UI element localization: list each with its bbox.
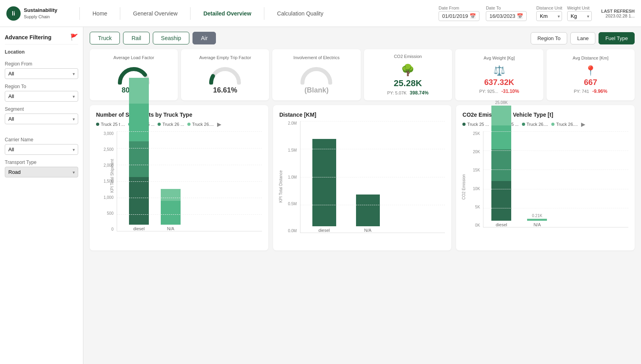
co2e-bar-na-stacked xyxy=(527,219,547,221)
bar-diesel: diesel xyxy=(129,78,149,231)
grid-2 xyxy=(117,165,262,165)
co2e-legend-label-3: Truck 26.... xyxy=(527,122,549,127)
legend-item-1: Truck 25 t ... xyxy=(96,122,125,127)
carrier-select[interactable]: All xyxy=(5,144,78,155)
weight-unit-select[interactable]: KgLbsTons xyxy=(567,11,592,21)
nav-calculation-quality[interactable]: Calculation Quality xyxy=(274,10,327,17)
chart-shipments-legend: Truck 25 t ... Truck 25 ... Truck 26 ...… xyxy=(96,121,262,127)
charts-row: Number of Shipments by Truck Type Truck … xyxy=(90,105,635,250)
weight-icon: ⚖️ xyxy=(493,65,505,76)
view-btn-fuel-type[interactable]: Fuel Type xyxy=(599,32,635,44)
kpi-electrics-value: (Blank) xyxy=(304,86,329,94)
tab-rail[interactable]: Rail xyxy=(123,32,149,44)
transport-type-label: Transport Type xyxy=(5,160,78,165)
y-label-500: 500 xyxy=(107,211,114,216)
nav-general-overview[interactable]: General Overview xyxy=(130,10,181,17)
date-to-input[interactable]: 16/03/2023 📅 xyxy=(486,11,527,21)
y-d-1: 2.0M xyxy=(288,121,296,125)
shipments-chart-area: 3,000 2,500 2,000 1,500 1,000 500 0 xyxy=(96,131,262,243)
kpi-distance-title: Avg Distance [Km] xyxy=(573,56,608,60)
kpi-co2-change: 398.74% xyxy=(410,90,428,96)
grid-4 xyxy=(117,198,262,198)
weight-unit-group: Weight Unit KgLbsTons xyxy=(567,6,592,21)
co2e-legend-item-4: Truck 26.... xyxy=(551,122,578,127)
carrier-group: Carrier Name All xyxy=(5,137,78,155)
co2e-chart-area: 25K 20K 15K 10K 5K 0K xyxy=(462,131,628,239)
view-btn-region-to[interactable]: Region To xyxy=(531,32,567,44)
bar-na: N/A xyxy=(161,189,181,231)
co2e-legend-label-4: Truck 26.... xyxy=(556,122,578,127)
transport-type-group: Transport Type Road Rail Sea Air xyxy=(5,160,78,177)
distance-unit-label: Distance Unit xyxy=(536,6,562,10)
region-from-select[interactable]: All xyxy=(5,68,78,79)
kpi-weight-title: Avg Weight [Kg] xyxy=(484,56,515,60)
filter-flag-icon[interactable]: 🚩 xyxy=(70,33,78,41)
region-to-label: Region To xyxy=(5,84,78,89)
y-axis-title-co2e: CO2 Emission xyxy=(462,174,466,200)
co2e-legend-dot-4 xyxy=(551,123,554,126)
co2e-seg-d-3 xyxy=(491,125,511,149)
nav-divider-1 xyxy=(79,7,80,20)
co2e-legend-more[interactable]: ▶ xyxy=(581,121,585,127)
co2e-bar-na-label: N/A xyxy=(533,222,541,227)
chart-co2e: CO2e Emission by Vehicle Type [t] Truck … xyxy=(456,105,635,250)
dist-bar-na-seg xyxy=(356,195,380,226)
chart-shipments-title: Number of Shipments by Truck Type xyxy=(96,112,262,118)
kpi-empty-trip-title: Average Empty Trip Factor xyxy=(199,55,251,60)
nav-detailed-overview[interactable]: Detailed Overview xyxy=(200,10,254,17)
y-co2e-2: 20K xyxy=(473,150,480,154)
kpi-involvement-electrics: Involvement of Electrics (Blank) xyxy=(272,49,360,100)
dist-bar-na-label: N/A xyxy=(364,228,371,233)
segment-select[interactable]: All xyxy=(5,114,78,124)
sidebar-title: Advance Filtering xyxy=(5,34,51,40)
grid-1 xyxy=(117,148,262,148)
legend-label-3: Truck 26 ... xyxy=(162,122,184,127)
kpi-distance-value: 667 xyxy=(584,78,597,87)
kpi-weight-value: 637.32K xyxy=(484,78,514,87)
distance-unit-select-wrap: KmMiles xyxy=(536,11,562,21)
region-from-group: Region From All xyxy=(5,61,78,79)
weight-unit-label: Weight Unit xyxy=(567,6,592,10)
legend-dot-1 xyxy=(96,123,99,126)
y-label-3000: 3,000 xyxy=(104,131,114,136)
main-layout: Advance Filtering 🚩 Location Region From… xyxy=(0,27,641,364)
shipments-chart-body: diesel N/A xyxy=(117,131,262,231)
weight-unit-select-wrap: KgLbsTons xyxy=(567,11,592,21)
chart-co2e-title: CO2e Emission by Vehicle Type [t] xyxy=(462,112,628,118)
y-label-1000: 1,000 xyxy=(104,195,114,200)
tab-air[interactable]: Air xyxy=(192,32,216,44)
y-label-0: 0 xyxy=(111,227,114,231)
view-btn-lane[interactable]: Lane xyxy=(570,32,595,44)
legend-label-4: Truck 26.... xyxy=(192,122,214,127)
sidebar-header: Advance Filtering 🚩 xyxy=(5,33,78,44)
kpi-co2-emission: CO2 Emission 🌳 25.28K PY: 5.07K 398.74% xyxy=(364,49,452,100)
tab-seaship[interactable]: Seaship xyxy=(153,32,190,44)
transport-type-select-wrap: Road Rail Sea Air xyxy=(5,167,78,177)
legend-item-3: Truck 26 ... xyxy=(158,122,184,127)
bar-seg-na-3 xyxy=(161,201,181,225)
transport-type-select[interactable]: Road Rail Sea Air xyxy=(5,167,78,177)
chart-shipments: Number of Shipments by Truck Type Truck … xyxy=(90,105,268,250)
kpi-co2-title: CO2 Emission xyxy=(394,54,422,59)
kpi-row: Average Load Factor 80.00% Average Empty… xyxy=(90,49,635,100)
co2e-legend-dot-1 xyxy=(462,123,466,126)
nav-home[interactable]: Home xyxy=(89,10,110,17)
date-to-label: Date To xyxy=(486,6,527,10)
chart-co2e-legend: Truck 25 ... Truck 25 ... Truck 26.... T… xyxy=(462,121,628,127)
tab-truck[interactable]: Truck xyxy=(90,32,120,44)
sidebar: Advance Filtering 🚩 Location Region From… xyxy=(0,27,83,364)
co2e-chart-body: 25.08K diesel xyxy=(483,131,628,227)
location-section-title: Location xyxy=(5,49,78,55)
distance-unit-select[interactable]: KmMiles xyxy=(536,11,562,21)
chart-distance: Distance [KM] 2.0M 1.5M 1.0M 0.5M 0.0M xyxy=(273,105,452,250)
date-from-label: Date From xyxy=(439,6,479,10)
nav-divider-2 xyxy=(120,7,120,20)
date-from-input[interactable]: 01/01/2019 📅 xyxy=(439,11,479,21)
kpi-avg-weight: Avg Weight [Kg] ⚖️ 637.32K PY: 925... -3… xyxy=(455,49,543,100)
region-to-select[interactable]: All xyxy=(5,91,78,102)
grid-0 xyxy=(117,131,262,132)
legend-more-btn[interactable]: ▶ xyxy=(217,121,221,127)
co2e-bar-diesel-stacked xyxy=(491,106,511,221)
co2e-bars-container: 25.08K diesel xyxy=(483,131,628,227)
kpi-distance-change: -9.96% xyxy=(592,89,607,94)
